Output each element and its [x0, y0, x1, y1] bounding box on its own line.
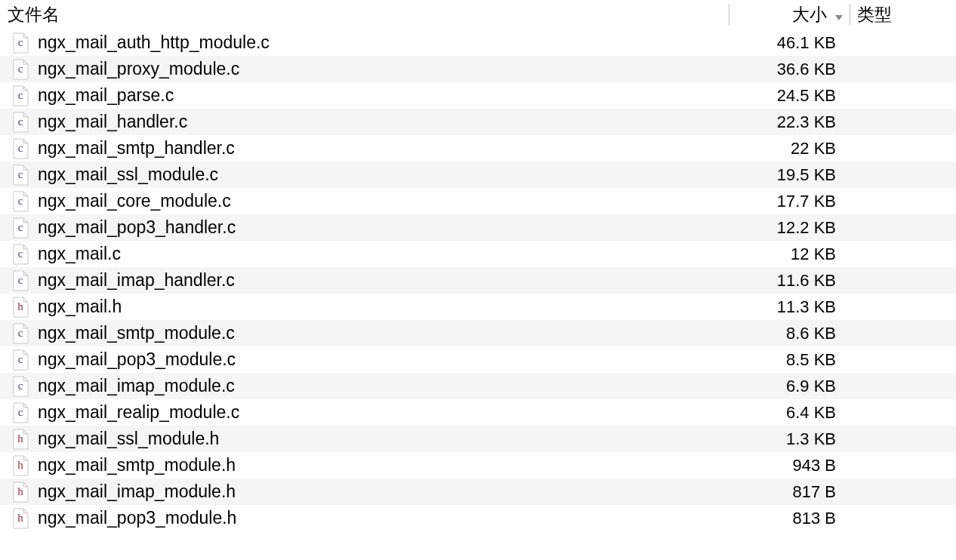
file-size: 6.9 KB	[786, 377, 836, 395]
file-name-cell[interactable]: cngx_mail_auth_http_module.c	[0, 29, 729, 56]
file-name: ngx_mail_pop3_handler.c	[38, 217, 236, 237]
file-name: ngx_mail_parse.c	[38, 85, 174, 105]
file-name-cell[interactable]: cngx_mail_parse.c	[0, 82, 729, 109]
file-icon-letter: h	[11, 301, 30, 312]
file-name-cell[interactable]: hngx_mail_smtp_module.h	[0, 452, 729, 478]
file-name-cell[interactable]: cngx_mail_pop3_module.c	[0, 346, 729, 373]
column-header-type[interactable]: 类型	[850, 0, 956, 29]
table-header-row: 文件名 大小 类型	[0, 0, 956, 29]
file-name: ngx_mail_imap_handler.c	[38, 270, 235, 290]
file-name-cell[interactable]: cngx_mail_core_module.c	[0, 188, 729, 214]
file-icon-letter: h	[11, 433, 30, 445]
file-type-cell	[850, 346, 956, 373]
table-row[interactable]: cngx_mail_parse.c24.5 KB	[0, 82, 956, 109]
file-icon-letter: c	[11, 195, 30, 207]
table-row[interactable]: cngx_mail.c12 KB	[0, 241, 956, 267]
file-type-cell	[850, 188, 956, 214]
c-file-icon: c	[11, 32, 30, 54]
file-size-cell: 19.5 KB	[729, 162, 850, 188]
h-file-icon: h	[11, 455, 30, 476]
file-name-cell[interactable]: cngx_mail_pop3_handler.c	[0, 214, 729, 241]
column-separator	[850, 5, 850, 25]
file-type-cell	[850, 56, 956, 82]
file-size: 817 B	[793, 482, 837, 501]
column-header-name[interactable]: 文件名	[0, 0, 729, 29]
file-name-cell[interactable]: hngx_mail_imap_module.h	[0, 478, 729, 505]
file-icon-letter: c	[11, 275, 30, 286]
table-row[interactable]: cngx_mail_core_module.c17.7 KB	[0, 188, 956, 214]
file-size: 12 KB	[791, 245, 836, 263]
table-row[interactable]: hngx_mail_pop3_module.h813 B	[0, 505, 956, 531]
table-row[interactable]: cngx_mail_smtp_handler.c22 KB	[0, 135, 956, 162]
c-file-icon: c	[11, 112, 30, 133]
column-header-size-label: 大小	[792, 5, 827, 24]
c-file-icon: c	[11, 270, 30, 291]
file-type-cell	[850, 82, 956, 109]
c-file-icon: c	[11, 323, 30, 344]
file-size-cell: 22 KB	[729, 135, 850, 162]
file-name-cell[interactable]: hngx_mail.h	[0, 294, 729, 320]
file-name-cell[interactable]: cngx_mail_smtp_handler.c	[0, 135, 729, 162]
file-type-cell	[850, 373, 956, 399]
column-header-size[interactable]: 大小	[729, 0, 850, 29]
file-name-cell[interactable]: hngx_mail_ssl_module.h	[0, 426, 729, 452]
file-size: 22.3 KB	[777, 112, 836, 131]
file-icon-letter: h	[11, 460, 30, 471]
c-file-icon: c	[11, 376, 30, 397]
table-row[interactable]: cngx_mail_imap_handler.c11.6 KB	[0, 267, 956, 294]
table-row[interactable]: cngx_mail_ssl_module.c19.5 KB	[0, 162, 956, 188]
file-size-cell: 8.6 KB	[729, 320, 850, 346]
file-icon-letter: c	[11, 37, 30, 48]
table-row[interactable]: cngx_mail_pop3_module.c8.5 KB	[0, 346, 956, 373]
table-row[interactable]: hngx_mail_smtp_module.h943 B	[0, 452, 956, 478]
table-row[interactable]: cngx_mail_handler.c22.3 KB	[0, 109, 956, 135]
file-name-cell[interactable]: cngx_mail.c	[0, 241, 729, 267]
file-name-cell[interactable]: cngx_mail_imap_module.c	[0, 373, 729, 399]
file-size: 24.5 KB	[777, 86, 836, 105]
sort-descending-icon	[834, 5, 843, 26]
file-size-cell: 12 KB	[729, 241, 850, 267]
file-size: 17.7 KB	[777, 192, 836, 211]
file-name-cell[interactable]: cngx_mail_imap_handler.c	[0, 267, 729, 294]
file-icon-letter: c	[11, 407, 30, 418]
file-type-cell	[850, 505, 956, 531]
table-row[interactable]: cngx_mail_realip_module.c6.4 KB	[0, 399, 956, 426]
table-row[interactable]: hngx_mail.h11.3 KB	[0, 294, 956, 320]
file-icon-letter: c	[11, 248, 30, 260]
file-icon-letter: h	[11, 512, 30, 524]
file-name-cell[interactable]: cngx_mail_ssl_module.c	[0, 162, 729, 188]
file-icon-letter: c	[11, 63, 30, 75]
file-size-cell: 12.2 KB	[729, 214, 850, 241]
file-name: ngx_mail_imap_module.h	[38, 482, 236, 501]
file-name-cell[interactable]: hngx_mail_pop3_module.h	[0, 505, 729, 531]
file-name-cell[interactable]: cngx_mail_smtp_module.c	[0, 320, 729, 346]
file-size-cell: 813 B	[729, 505, 850, 531]
table-row[interactable]: hngx_mail_imap_module.h817 B	[0, 478, 956, 505]
file-icon-letter: c	[11, 354, 30, 365]
file-icon-letter: c	[11, 169, 30, 180]
file-icon-letter: h	[11, 486, 30, 497]
file-name-cell[interactable]: cngx_mail_realip_module.c	[0, 399, 729, 426]
file-icon-letter: c	[11, 328, 30, 339]
file-name: ngx_mail_imap_module.c	[38, 376, 235, 395]
file-name-cell[interactable]: cngx_mail_proxy_module.c	[0, 56, 729, 82]
table-row[interactable]: cngx_mail_auth_http_module.c46.1 KB	[0, 29, 956, 56]
file-type-cell	[850, 294, 956, 320]
file-name: ngx_mail_core_module.c	[38, 191, 231, 211]
table-row[interactable]: cngx_mail_pop3_handler.c12.2 KB	[0, 214, 956, 241]
table-row[interactable]: cngx_mail_smtp_module.c8.6 KB	[0, 320, 956, 346]
table-row[interactable]: cngx_mail_proxy_module.c36.6 KB	[0, 56, 956, 82]
file-size: 12.2 KB	[777, 218, 836, 237]
svg-marker-0	[835, 15, 843, 20]
table-row[interactable]: cngx_mail_imap_module.c6.9 KB	[0, 373, 956, 399]
file-name: ngx_mail_smtp_module.h	[38, 455, 236, 475]
file-name-cell[interactable]: cngx_mail_handler.c	[0, 109, 729, 135]
file-name: ngx_mail_smtp_module.c	[38, 323, 235, 343]
table-row[interactable]: hngx_mail_ssl_module.h1.3 KB	[0, 426, 956, 452]
file-type-cell	[850, 426, 956, 452]
file-type-cell	[850, 162, 956, 188]
h-file-icon: h	[11, 429, 30, 450]
file-size: 1.3 KB	[786, 429, 836, 448]
file-list-table: 文件名 大小 类型 cngx_mail_auth_http_module.c46…	[0, 0, 956, 531]
file-icon-letter: c	[11, 116, 30, 128]
